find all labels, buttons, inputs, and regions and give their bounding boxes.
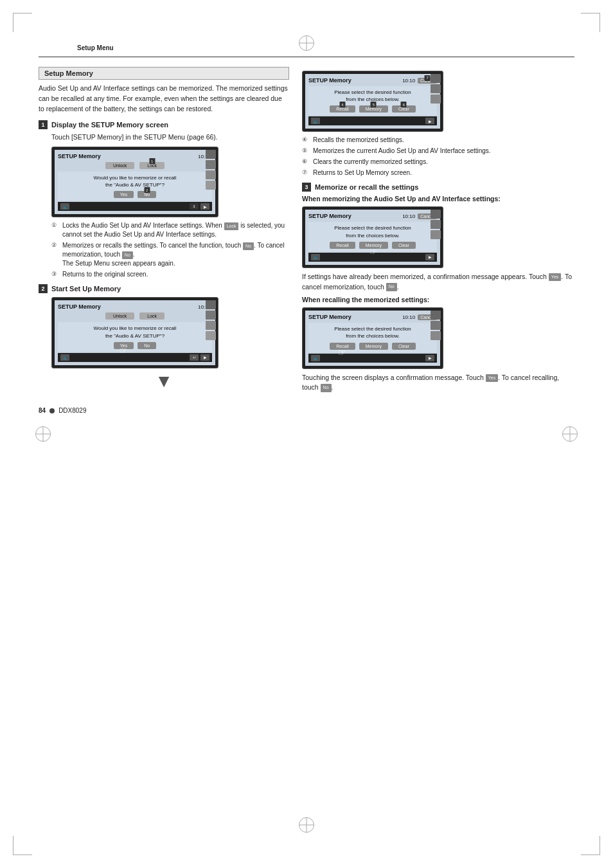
yes-btn-2[interactable]: Yes ☞ bbox=[114, 342, 134, 349]
screen-mockup-recalling: SETUP Memory 10:10 Cancel Please select … bbox=[302, 307, 443, 368]
hand-icon-mem: ☞ bbox=[369, 246, 378, 257]
screen-title-bar-rec: SETUP Memory 10:10 Cancel bbox=[308, 314, 437, 320]
ni-text-3: Returns to the original screen. bbox=[62, 270, 148, 279]
screen-mockup-top-right: SETUP Memory 10:10 7 Cancel Please selec… bbox=[302, 71, 443, 132]
side-icon-3 bbox=[206, 170, 216, 179]
side-icon-rec-b bbox=[431, 321, 441, 330]
unlock-btn-2[interactable]: Unlock bbox=[105, 312, 134, 320]
side-icon-2d bbox=[206, 331, 216, 340]
no-inline-mem: No bbox=[386, 283, 397, 291]
side-icon-4 bbox=[206, 181, 216, 190]
lock-btn-1[interactable]: 1 Lock bbox=[139, 162, 164, 169]
left-column: Setup Memory Audio Set Up and AV Interfa… bbox=[39, 67, 289, 397]
crop-mark-bl bbox=[13, 836, 32, 855]
when-recalling-header: When recalling the memorized settings: bbox=[302, 296, 574, 303]
when-memorizing-section: When memorizing the Audio Set Up and AV … bbox=[302, 195, 574, 292]
section-box: Setup Memory bbox=[39, 67, 289, 80]
sb-icon-right: ▶ bbox=[200, 203, 209, 210]
screen-body-text-mem: Please select the desired functionfrom t… bbox=[312, 224, 433, 239]
sb-icon-badge3: 3 bbox=[190, 203, 199, 210]
recall-btn-rec[interactable]: Recall ☞ bbox=[330, 343, 355, 350]
crosshair-right bbox=[562, 426, 578, 442]
sb-right-r1: ▶ bbox=[425, 118, 434, 124]
page-footer: 84 DDX8029 bbox=[0, 403, 613, 418]
step1-num: 1 bbox=[39, 120, 48, 129]
num-item-3: ③ Returns to the original screen. bbox=[51, 270, 289, 279]
section-title: Setup Memory bbox=[44, 69, 93, 77]
side-strip-2 bbox=[206, 300, 216, 340]
side-icon-r1b bbox=[431, 84, 441, 93]
num-list-right: ④ Recalls the memorized settings. ⑤ Memo… bbox=[302, 136, 574, 177]
recall-btn-mem[interactable]: Recall bbox=[330, 242, 355, 249]
step2-num: 2 bbox=[39, 284, 48, 293]
crosshair-bottom bbox=[299, 817, 314, 833]
side-icon-r1c bbox=[431, 95, 441, 104]
screen-btns-r1: 4 Recall 5 Memory 6 Clear bbox=[312, 105, 433, 113]
sb-icon-mem: 📺 bbox=[311, 254, 320, 260]
screen-btns-row-1: Yes 2 No bbox=[62, 191, 208, 198]
screen-bottom-icons-rec: 📺 bbox=[311, 355, 320, 361]
screen-bottom-icons-mem: 📺 bbox=[311, 254, 320, 260]
no-btn-1[interactable]: 2 No bbox=[138, 191, 156, 198]
no-inline-1: No bbox=[243, 242, 254, 250]
clear-btn-r1[interactable]: 6 Clear bbox=[392, 105, 416, 113]
screen-title-bar-2: SETUP Memory 10:10 bbox=[58, 303, 212, 310]
sb-right-rec: ▶ bbox=[425, 355, 434, 361]
step3-title: Memorize or recall the settings bbox=[315, 183, 418, 191]
screen-time-mem: 10:10 bbox=[402, 213, 415, 219]
screen-btns-mem: Recall Memory ☞ Clear bbox=[312, 242, 433, 249]
crosshair-left bbox=[35, 426, 51, 442]
step2-title: Start Set Up Memory bbox=[51, 285, 121, 293]
no-label-1: No bbox=[144, 192, 150, 197]
clear-btn-mem[interactable]: Clear bbox=[392, 242, 416, 249]
memory-btn-mem[interactable]: Memory ☞ bbox=[359, 242, 388, 249]
sb-icon-tv-2: 📺 bbox=[60, 354, 69, 361]
badge-1: 1 bbox=[149, 158, 155, 164]
screen-body-text-r1: Please select the desired functionfrom t… bbox=[312, 89, 433, 103]
screen-time-rec: 10:10 bbox=[402, 314, 415, 320]
when-memorizing-header: When memorizing the Audio Set Up and AV … bbox=[302, 195, 574, 203]
ni-text-1: Locks the Audio Set Up and AV Interface … bbox=[62, 221, 289, 239]
side-strip-1 bbox=[206, 150, 216, 190]
clear-label-rec: Clear bbox=[398, 344, 409, 348]
crop-mark-tl bbox=[13, 13, 32, 32]
screen-inner-rec: SETUP Memory 10:10 Cancel Please select … bbox=[305, 311, 440, 365]
side-strip-r1 bbox=[431, 74, 441, 104]
screen-bottom-r1: 📺 ▶ bbox=[308, 116, 437, 125]
no-btn-2[interactable]: No bbox=[138, 342, 156, 349]
screen-bottom-icons-r1: 📺 bbox=[311, 118, 320, 124]
side-icon-2b bbox=[206, 311, 216, 320]
clear-label-mem: Clear bbox=[398, 243, 409, 248]
sb-icon-rec: 📺 bbox=[311, 355, 320, 361]
right-column: SETUP Memory 10:10 7 Cancel Please selec… bbox=[302, 67, 574, 397]
sb-icon-r1: 📺 bbox=[311, 118, 320, 124]
memory-btn-rec[interactable]: Memory bbox=[359, 343, 388, 350]
screen-bottom-rec: 📺 ▶ bbox=[308, 354, 437, 363]
step1-text: Touch [SETUP Memory] in the SETUP Menu (… bbox=[51, 132, 289, 143]
sb-icon-tv: 📺 bbox=[60, 203, 69, 210]
lock-btn-2[interactable]: Lock bbox=[139, 312, 164, 320]
unlock-label-2: Unlock bbox=[113, 314, 127, 318]
when-recalling-section: When recalling the memorized settings: S… bbox=[302, 296, 574, 393]
side-icon-r1a bbox=[431, 74, 441, 83]
crop-mark-br bbox=[581, 836, 600, 855]
side-strip-rec bbox=[431, 311, 441, 340]
sb-icon-mem-right: ▶ bbox=[425, 254, 434, 260]
clear-btn-rec[interactable]: Clear bbox=[392, 343, 416, 350]
intro-text: Audio Set Up and AV Interface settings c… bbox=[39, 84, 289, 114]
lock-inline: Lock bbox=[224, 222, 239, 230]
unlock-btn-1[interactable]: Unlock bbox=[105, 162, 134, 169]
side-icon-rec-c bbox=[431, 331, 441, 340]
side-icon-mem-c bbox=[431, 230, 441, 239]
yes-btn-1[interactable]: Yes bbox=[114, 191, 134, 198]
num-item-6: ⑥ Clears the currently memorized setting… bbox=[302, 158, 574, 167]
when-memorizing-text: If settings have already been memorized,… bbox=[302, 272, 574, 293]
sb-icon-rec-right: ▶ bbox=[425, 355, 434, 361]
memory-btn-r1[interactable]: 5 Memory bbox=[359, 105, 388, 113]
badge-6: 6 bbox=[401, 102, 407, 107]
screen-bottom-icons-1: 📺 bbox=[60, 203, 69, 210]
side-icon-2a bbox=[206, 300, 216, 309]
recall-btn-r1[interactable]: 4 Recall bbox=[330, 105, 355, 113]
lock-label-2: Lock bbox=[147, 314, 157, 318]
step1-title: Display the SETUP Memory screen bbox=[51, 121, 168, 129]
